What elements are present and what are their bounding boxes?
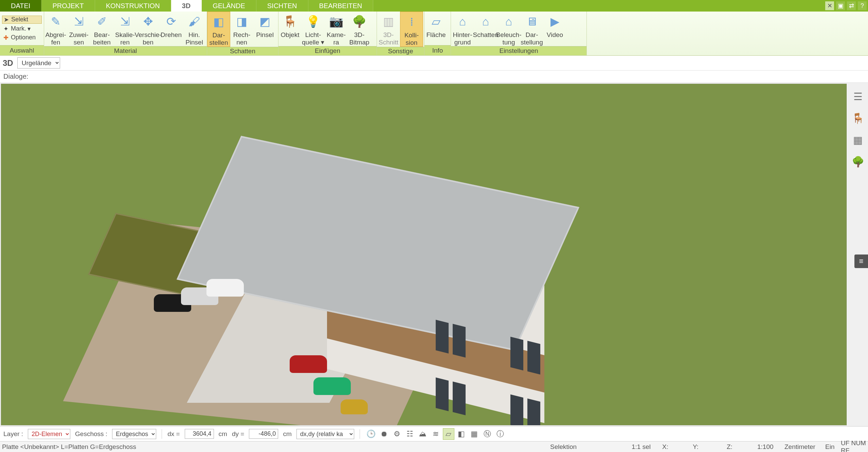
- record-icon[interactable]: ⏺: [378, 428, 390, 440]
- clock-icon[interactable]: 🕒: [365, 428, 377, 440]
- layers2-icon[interactable]: ☷: [404, 428, 416, 440]
- tool-darstellung[interactable]: 🖥Dar-stellung: [520, 12, 543, 46]
- separator: [162, 429, 162, 439]
- layers-icon[interactable]: ☰: [851, 90, 865, 103]
- tool-kollision[interactable]: ⁞Kolli-sion: [400, 12, 423, 47]
- area-icon: ▱: [428, 14, 444, 29]
- tool-label: fen: [51, 39, 60, 46]
- tab-sichten[interactable]: SICHTEN: [256, 0, 308, 12]
- scene-window: [527, 398, 540, 426]
- tool-rechnen[interactable]: ◨Rech-nen: [230, 12, 253, 47]
- help-icon[interactable]: ?: [858, 1, 867, 10]
- tool-objekt[interactable]: 🪑Objekt: [278, 12, 302, 46]
- tool-label: Verschie-: [134, 31, 161, 39]
- eyedropper-icon: ✎: [48, 14, 64, 29]
- tool-label: quelle ▾: [302, 39, 324, 46]
- tab-3d[interactable]: 3D: [171, 0, 202, 12]
- panel-schatten: ◧Dar-stellen◨Rech-nen◩Pinsel Schatten: [207, 12, 278, 55]
- house-bg-icon: ⌂: [454, 14, 471, 29]
- plane-on-icon[interactable]: ▱: [443, 428, 454, 440]
- tool-skalieren[interactable]: ⇲Skalie-ren: [113, 12, 137, 46]
- palette-icon[interactable]: ▦: [851, 133, 865, 147]
- dashline-icon[interactable]: ≋: [430, 428, 441, 440]
- cube-icon: ◧: [211, 15, 227, 30]
- grid-icon[interactable]: ▦: [469, 428, 480, 440]
- tool-label: Schnitt: [379, 39, 398, 46]
- status-selektion: Selektion: [550, 441, 577, 452]
- tool-flaeche[interactable]: ▱Fläche: [424, 12, 448, 45]
- tool-label: Drehen: [161, 31, 182, 39]
- layer-select[interactable]: 2D-Elemen: [28, 429, 70, 439]
- tab-konstruktion[interactable]: KONSTRUKTION: [95, 0, 171, 12]
- chair-icon: 🪑: [282, 14, 298, 29]
- mark-label: Mark.: [11, 25, 26, 32]
- scene-window: [527, 341, 540, 374]
- tool-verschieben[interactable]: ✥Verschie-ben: [137, 12, 160, 46]
- dy-input[interactable]: [249, 429, 278, 439]
- tool-drehen[interactable]: ⟳Drehen: [160, 12, 183, 46]
- tab-bearbeiten[interactable]: BEARBEITEN: [308, 0, 374, 12]
- tool-label: 3D-: [354, 31, 365, 39]
- tool-bearbeiten[interactable]: ✐Bear-beiten: [90, 12, 113, 46]
- house-shadow-icon: ⌂: [477, 14, 494, 29]
- tool-label: Zuwei-: [69, 31, 88, 39]
- tool-kamera[interactable]: 📷Kame-ra: [325, 12, 348, 46]
- tool-3dbitmap[interactable]: 🌳3D-Bitmap: [348, 12, 371, 46]
- terrain-select[interactable]: Urgelände: [17, 57, 60, 69]
- tool-schatten2[interactable]: ⌂Schatten: [474, 12, 497, 46]
- tool-label: Bitmap: [349, 39, 369, 46]
- scene-window: [436, 320, 449, 353]
- tool-label: Kolli-: [404, 32, 419, 39]
- mark-button[interactable]: ✦ Mark. ▾: [2, 25, 42, 33]
- panel-auswahl: ➤ Selekt ✦ Mark. ▾ ✚ Optionen Auswahl: [0, 12, 44, 55]
- tool-darstellen[interactable]: ◧Dar-stellen: [207, 12, 230, 47]
- layer-icon[interactable]: ▣: [836, 1, 845, 10]
- gear-icon[interactable]: ⚙: [391, 428, 403, 440]
- scene-car: [341, 399, 368, 414]
- tool-hinpinsel[interactable]: 🖌Hin.Pinsel: [183, 12, 206, 46]
- options-button[interactable]: ✚ Optionen: [2, 34, 42, 41]
- view-badge: 3D: [3, 58, 13, 68]
- tool-abgreifen[interactable]: ✎Abgrei-fen: [44, 12, 67, 46]
- tool-label: Schatten: [473, 31, 499, 39]
- side-drawer-handle[interactable]: ≡: [854, 255, 868, 268]
- monitor-icon: 🖥: [524, 14, 540, 29]
- status-scale: 1:100: [757, 441, 774, 452]
- tool-hintergrund[interactable]: ⌂Hinter-grund: [451, 12, 474, 46]
- tool-lichtquelle[interactable]: 💡Licht-quelle ▾: [302, 12, 325, 46]
- tool-pinsel[interactable]: ◩Pinsel: [253, 12, 276, 47]
- tool-label: ra: [333, 39, 339, 46]
- tab-projekt[interactable]: PROJEKT: [41, 0, 95, 12]
- select-button[interactable]: ➤ Selekt: [2, 16, 42, 24]
- coord-mode-select[interactable]: dx,dy (relativ ka: [296, 429, 354, 439]
- tab-datei[interactable]: DATEI: [0, 0, 41, 12]
- mountain-icon[interactable]: ⛰: [417, 428, 429, 440]
- tool-label: Skalie-: [115, 31, 135, 39]
- tool-beleuchtung[interactable]: ⌂Beleuch-tung: [497, 12, 520, 46]
- tree2-icon[interactable]: 🌳: [851, 155, 865, 168]
- panel-label-einfuegen: Einfügen: [278, 46, 377, 55]
- bottom-toolbar: Layer : 2D-Elemen Geschoss : Erdgeschos …: [0, 426, 868, 441]
- ribbon: ➤ Selekt ✦ Mark. ▾ ✚ Optionen Auswahl ✎A…: [0, 12, 868, 56]
- geschoss-select[interactable]: Erdgeschos: [112, 429, 156, 439]
- dx-input[interactable]: [185, 429, 214, 439]
- house-light-icon: ⌂: [501, 14, 517, 29]
- close-icon[interactable]: ✕: [825, 1, 834, 10]
- tool-label: Kame-: [327, 31, 346, 39]
- move-icon: ✥: [140, 14, 156, 29]
- tool-zuweisen[interactable]: ⇲Zuwei-sen: [67, 12, 90, 46]
- tool-label: Hin.: [188, 31, 200, 39]
- 3d-viewport[interactable]: [1, 83, 847, 426]
- cube2-icon: ◨: [234, 14, 250, 29]
- plus-icon: ✚: [2, 34, 10, 41]
- cube4-icon[interactable]: ◧: [456, 428, 467, 440]
- scale-icon: ⇲: [117, 14, 133, 29]
- chair2-icon[interactable]: 🪑: [851, 111, 865, 125]
- status-unit: Zentimeter: [784, 441, 815, 452]
- tab-gelaende[interactable]: GELÄNDE: [202, 0, 256, 12]
- status-bar: Platte <Unbekannt> L=Platten G=Erdgescho…: [0, 441, 868, 452]
- tool-video[interactable]: ▶Video: [543, 12, 566, 46]
- north-icon[interactable]: Ⓝ: [482, 428, 493, 440]
- swap-icon[interactable]: ⇄: [847, 1, 856, 10]
- info2-icon[interactable]: ⓘ: [494, 428, 506, 440]
